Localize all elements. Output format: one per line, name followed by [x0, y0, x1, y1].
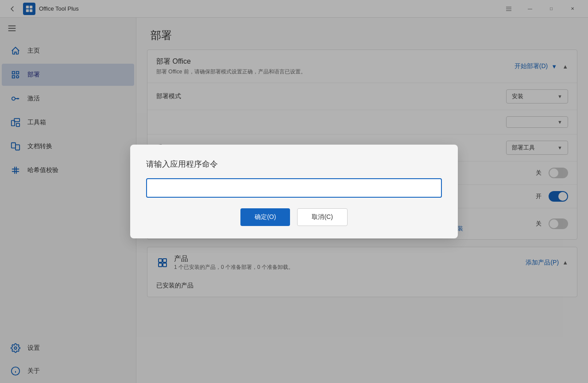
- dialog-input[interactable]: [146, 178, 442, 198]
- dialog-overlay: 请输入应用程序命令 确定(O) 取消(C): [0, 0, 588, 383]
- dialog-cancel-button[interactable]: 取消(C): [297, 208, 347, 226]
- dialog-buttons: 确定(O) 取消(C): [146, 208, 442, 226]
- dialog-confirm-button[interactable]: 确定(O): [240, 208, 290, 226]
- dialog-title: 请输入应用程序命令: [146, 159, 442, 169]
- dialog: 请输入应用程序命令 确定(O) 取消(C): [130, 145, 458, 238]
